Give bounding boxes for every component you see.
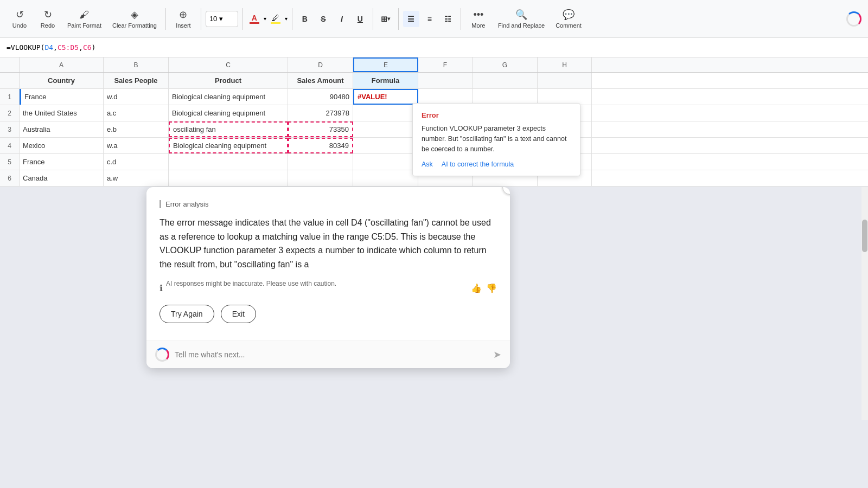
more-button[interactable]: ••• More [465, 7, 492, 31]
cell-a2[interactable]: the United States [20, 105, 104, 121]
header-g[interactable] [473, 73, 538, 88]
text-color-dropdown[interactable]: ▾ [264, 16, 266, 22]
separator-1 [165, 8, 166, 30]
cell-b6[interactable]: a.w [104, 170, 169, 186]
cell-e1-error[interactable]: #VALUE! [353, 89, 418, 105]
thumbs-up-button[interactable]: 👍 [471, 283, 482, 293]
col-header-g[interactable]: G [473, 57, 538, 72]
font-size-selector[interactable]: 10 ▾ [206, 11, 238, 27]
row-num-1: 1 [0, 89, 20, 105]
ai-dialog-content: Error analysis The error message indicat… [146, 187, 510, 341]
redo-button[interactable]: ↻ Redo [35, 7, 61, 31]
cell-a4[interactable]: Mexico [20, 138, 104, 153]
cell-a3[interactable]: Australia [20, 121, 104, 137]
formula-comma2: , [79, 43, 83, 52]
cell-c1[interactable]: Biological cleaning equipment [169, 89, 288, 105]
scrollbar-thumb[interactable] [862, 220, 867, 252]
row-num-header [0, 73, 20, 88]
cell-a1[interactable]: France [20, 89, 104, 105]
try-again-button[interactable]: Try Again [159, 305, 214, 323]
align-left-button[interactable]: ☰ [403, 11, 419, 27]
insert-button[interactable]: ⊕ Insert [170, 7, 196, 31]
cell-d2[interactable]: 273978 [288, 105, 353, 121]
separator-5 [373, 8, 373, 30]
header-sales-amount[interactable]: Sales Amount [288, 73, 353, 88]
strikethrough-button[interactable]: S [315, 11, 331, 27]
underline-button[interactable]: U [352, 11, 368, 27]
highlight-color-button[interactable]: 🖊 [269, 12, 283, 25]
header-country[interactable]: Country [20, 73, 104, 88]
comment-button[interactable]: 💬 Comment [551, 7, 586, 31]
undo-button[interactable]: ↺ Undo [7, 7, 33, 31]
cell-b1[interactable]: w.d [104, 89, 169, 105]
header-product[interactable]: Product [169, 73, 288, 88]
cell-c3[interactable]: oscillating fan [169, 121, 288, 137]
error-links: Ask AI to correct the formula [422, 160, 571, 168]
borders-button[interactable]: ⊞ ▾ [378, 11, 394, 27]
cell-f1[interactable] [418, 89, 473, 105]
clear-formatting-button[interactable]: ◈ Clear Formatting [108, 7, 161, 31]
ai-dialog: × Error analysis The error message indic… [146, 187, 510, 368]
cell-b4[interactable]: w.a [104, 138, 169, 153]
highlight-bar [271, 22, 280, 24]
cell-c4[interactable]: Biological cleaning equipment [169, 138, 288, 153]
cell-b5[interactable]: c.d [104, 154, 169, 170]
find-replace-button[interactable]: 🔍 Find and Replace [494, 7, 549, 31]
thumbs-down-button[interactable]: 👎 [486, 283, 497, 293]
cell-b3[interactable]: e.b [104, 121, 169, 137]
header-f[interactable] [418, 73, 473, 88]
highlight-dropdown[interactable]: ▾ [285, 16, 288, 22]
cell-e2[interactable] [353, 105, 418, 121]
bold-label: B [302, 15, 308, 23]
align-center-button[interactable]: ≡ [422, 11, 438, 27]
col-header-a[interactable]: A [20, 57, 104, 72]
text-color-button[interactable]: A [247, 12, 261, 25]
header-row: Country Sales People Product Sales Amoun… [0, 73, 868, 89]
bold-button[interactable]: B [297, 11, 313, 27]
ai-correct-link[interactable]: AI to correct the formula [442, 160, 514, 168]
header-formula[interactable]: Formula [353, 73, 418, 88]
strikethrough-label: S [321, 15, 326, 23]
cell-d3[interactable]: 73350 [288, 121, 353, 137]
find-replace-icon: 🔍 [515, 9, 527, 21]
cell-d5[interactable] [288, 154, 353, 170]
italic-button[interactable]: I [334, 11, 350, 27]
insert-icon: ⊕ [179, 9, 187, 21]
header-h[interactable] [538, 73, 592, 88]
ai-send-button[interactable]: ➤ [493, 349, 501, 361]
align-right-icon: ☷ [444, 15, 451, 23]
cell-e3[interactable] [353, 121, 418, 137]
cell-c5[interactable] [169, 154, 288, 170]
formula-d4: D4 [44, 43, 53, 52]
cell-g1[interactable] [473, 89, 538, 105]
col-header-b[interactable]: B [104, 57, 169, 72]
exit-button[interactable]: Exit [221, 305, 256, 323]
cell-e6[interactable] [353, 170, 418, 186]
font-size-value: 10 [209, 15, 217, 23]
column-headers: A B C D E F G H [0, 57, 868, 73]
header-sales-people[interactable]: Sales People [104, 73, 169, 88]
ai-text-input[interactable] [175, 350, 488, 359]
align-right-button[interactable]: ☷ [440, 11, 456, 27]
cell-d1[interactable]: 90480 [288, 89, 353, 105]
cell-d6[interactable] [288, 170, 353, 186]
cell-a5[interactable]: France [20, 154, 104, 170]
cell-c2[interactable]: Biological cleaning equipment [169, 105, 288, 121]
cell-d4[interactable]: 80349 [288, 138, 353, 153]
cell-h1[interactable] [538, 89, 592, 105]
paint-format-label: Paint Format [67, 22, 101, 29]
col-header-f[interactable]: F [418, 57, 473, 72]
cell-e5[interactable] [353, 154, 418, 170]
cell-a6[interactable]: Canada [20, 170, 104, 186]
col-header-h[interactable]: H [538, 57, 592, 72]
cell-b2[interactable]: a.c [104, 105, 169, 121]
col-header-c[interactable]: C [169, 57, 288, 72]
col-header-e[interactable]: E [353, 57, 418, 72]
clear-formatting-icon: ◈ [131, 9, 138, 21]
col-header-d[interactable]: D [288, 57, 353, 72]
formula-c6: C6 [83, 43, 92, 52]
paint-format-button[interactable]: 🖌 Paint Format [63, 7, 106, 31]
cell-e4[interactable] [353, 138, 418, 153]
cell-c6[interactable] [169, 170, 288, 186]
ask-link[interactable]: Ask [422, 160, 433, 168]
